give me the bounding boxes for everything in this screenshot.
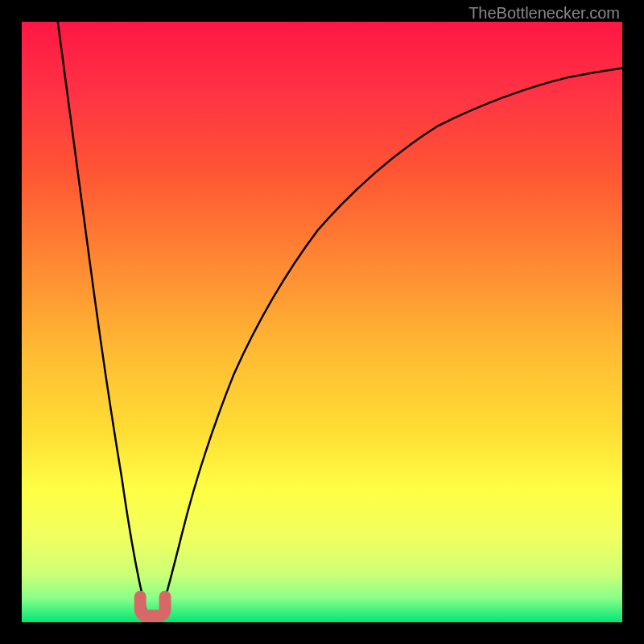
curve-left-branch [58, 22, 146, 610]
bottleneck-curve [22, 22, 622, 622]
attribution-text: TheBottlenecker.com [469, 4, 620, 23]
minimum-marker [140, 597, 165, 616]
chart-container: TheBottlenecker.com [0, 0, 644, 644]
curve-right-branch [162, 68, 622, 610]
chart-plot-area [20, 20, 624, 624]
